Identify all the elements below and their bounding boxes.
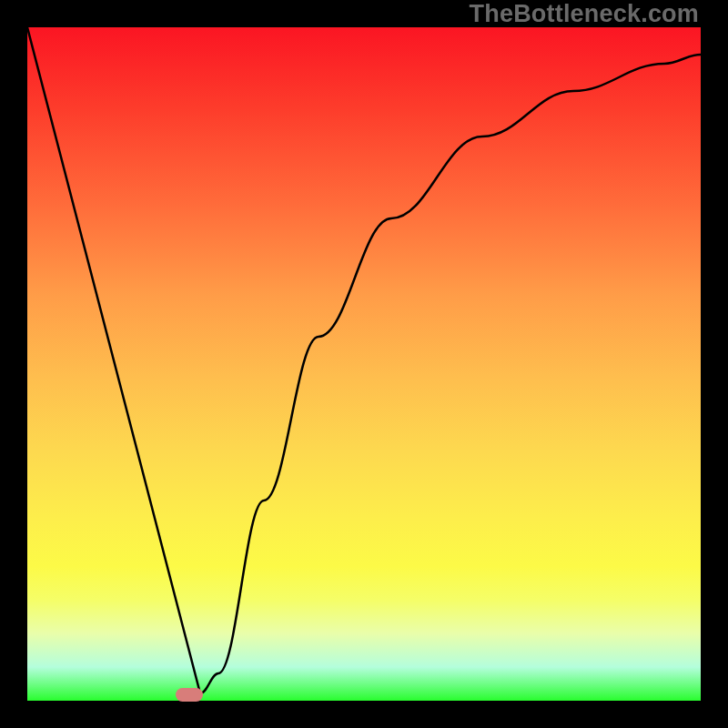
bottleneck-curve-path	[27, 27, 701, 693]
watermark-text: TheBottleneck.com	[470, 0, 699, 28]
curve-svg	[27, 27, 701, 701]
plot-area	[27, 27, 701, 701]
minimum-marker	[176, 688, 203, 702]
chart-container: TheBottleneck.com	[0, 0, 728, 728]
